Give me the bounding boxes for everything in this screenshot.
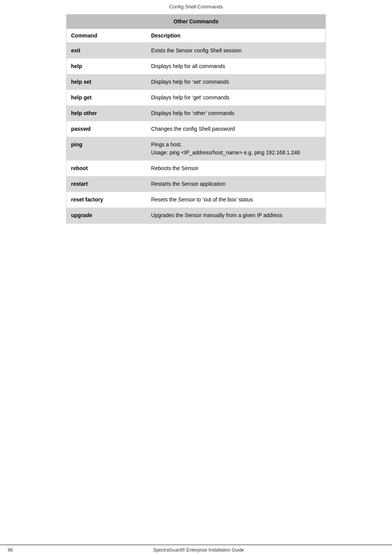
- table-cell-description: Displays help for ‘get’ commands: [146, 90, 326, 105]
- table-cell-command: upgrade: [66, 208, 146, 223]
- commands-table: Command Description exitExists the Senso…: [66, 29, 326, 223]
- column-header-command: Command: [66, 29, 146, 43]
- table-cell-description: Displays help for ‘other’ commands: [146, 105, 326, 121]
- table-cell-command: restart: [66, 176, 146, 192]
- table-cell-command: help other: [66, 105, 146, 121]
- page-wrapper: Config Shell Commands Other Commands Com…: [0, 0, 392, 506]
- table-cell-command: help get: [66, 90, 146, 105]
- table-row: restartRestarts the Sensor application: [66, 176, 326, 192]
- table-cell-description: Displays help for all commands: [146, 58, 326, 74]
- table-row: pingPings a host.Usage: ping <IP_address…: [66, 137, 326, 161]
- table-cell-command: exit: [66, 43, 146, 59]
- table-header-row: Command Description: [66, 29, 326, 43]
- table-container: Other Commands Command Description exitE…: [66, 14, 326, 224]
- footer-page-number: 96: [8, 547, 13, 553]
- table-cell-command: ping: [66, 137, 146, 161]
- table-cell-command: help set: [66, 74, 146, 90]
- table-row: reset factoryResets the Sensor to ‘out o…: [66, 192, 326, 208]
- footer-title: SpectraGuard® Enterprise Installation Gu…: [153, 547, 244, 553]
- table-row: upgradeUpgrades the Sensor manually from…: [66, 208, 326, 223]
- table-row: help otherDisplays help for ‘other’ comm…: [66, 105, 326, 121]
- table-row: rebootReboots the Sensor: [66, 161, 326, 176]
- table-section-header: Other Commands: [66, 15, 326, 29]
- table-row: help getDisplays help for ‘get’ commands: [66, 90, 326, 105]
- table-cell-command: passwd: [66, 121, 146, 137]
- table-cell-description: Displays help for ‘set’ commands: [146, 74, 326, 90]
- table-cell-description: Reboots the Sensor: [146, 161, 326, 176]
- table-cell-description: Exists the Sensor config Shell session: [146, 43, 326, 59]
- table-cell-command: reboot: [66, 161, 146, 176]
- table-cell-description: Upgrades the Sensor manually from a give…: [146, 208, 326, 223]
- table-row: helpDisplays help for all commands: [66, 58, 326, 74]
- table-cell-description: Restarts the Sensor application: [146, 176, 326, 192]
- page-content: Other Commands Command Description exitE…: [8, 14, 384, 491]
- table-row: help setDisplays help for ‘set’ commands: [66, 74, 326, 90]
- table-row: exitExists the Sensor config Shell sessi…: [66, 43, 326, 59]
- table-cell-description: Resets the Sensor to ‘out of the box’ st…: [146, 192, 326, 208]
- table-cell-command: reset factory: [66, 192, 146, 208]
- column-header-description: Description: [146, 29, 326, 43]
- table-cell-command: help: [66, 58, 146, 74]
- table-cell-description: Changes the config Shell password: [146, 121, 326, 137]
- table-cell-description: Pings a host.Usage: ping <IP_address/hos…: [146, 137, 326, 161]
- page-footer: 96 SpectraGuard® Enterprise Installation…: [0, 545, 392, 555]
- page-title: Config Shell Commands: [8, 4, 384, 10]
- table-row: passwdChanges the config Shell password: [66, 121, 326, 137]
